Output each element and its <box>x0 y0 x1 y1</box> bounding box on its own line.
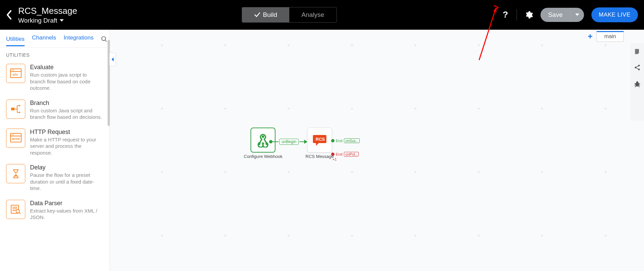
svg-line-32 <box>639 83 640 84</box>
title-area: RCS_Message Working Draft <box>18 6 77 24</box>
svg-point-30 <box>636 81 638 83</box>
utility-desc: Pause the flow for a preset duration or … <box>30 172 104 192</box>
check-icon <box>254 12 260 18</box>
help-icon: ? <box>501 11 509 19</box>
svg-line-2 <box>105 40 107 42</box>
utility-desc: Run custom java script to branch flow ba… <box>30 72 104 91</box>
svg-line-31 <box>635 83 636 84</box>
build-label: Build <box>263 11 277 19</box>
svg-point-16 <box>13 134 13 135</box>
svg-line-23 <box>19 213 21 214</box>
port-onpolicy[interactable]: End onPol.. <box>331 152 359 157</box>
utility-branch[interactable]: BranchRun custom Java script and branch … <box>5 96 105 125</box>
header-center: Build Analyse <box>83 7 495 23</box>
settings-button[interactable] <box>524 10 533 19</box>
svg-point-15 <box>11 134 12 135</box>
svg-point-25 <box>635 67 637 69</box>
divider <box>517 9 517 21</box>
connector-onbegin[interactable]: onBegin <box>269 139 308 145</box>
port-label: onSuc.. <box>344 138 360 143</box>
svg-line-35 <box>635 86 636 87</box>
tab-integrations[interactable]: Integrations <box>64 34 94 44</box>
debug-button[interactable] <box>634 80 641 88</box>
utility-title: Branch <box>30 100 104 107</box>
svg-line-36 <box>639 86 640 87</box>
port-label: onPol.. <box>344 152 359 157</box>
svg-line-27 <box>636 66 638 67</box>
http-icon: HTTP <box>6 129 25 148</box>
save-dropdown[interactable] <box>570 8 584 22</box>
line <box>272 141 279 142</box>
notes-button[interactable] <box>634 48 641 55</box>
svg-point-1 <box>102 37 106 41</box>
analyse-tab[interactable]: Analyse <box>289 7 336 22</box>
svg-line-28 <box>636 68 638 69</box>
sidebar-tabs: Utilities Channels Integrations <box>0 30 110 48</box>
parser-icon <box>6 200 25 219</box>
tab-channels[interactable]: Channels <box>32 34 56 44</box>
utility-delay[interactable]: DelayPause the flow for a preset duratio… <box>5 160 105 196</box>
save-group: Save <box>540 8 584 22</box>
port-dot <box>269 140 272 143</box>
caret-down-icon <box>59 19 64 22</box>
draft-selector[interactable]: Working Draft <box>18 17 77 24</box>
svg-point-24 <box>638 65 640 66</box>
app-header: RCS_Message Working Draft Build Analyse … <box>0 0 644 30</box>
collapse-sidebar[interactable] <box>110 53 116 66</box>
svg-point-22 <box>16 210 20 213</box>
chevron-left-icon <box>111 57 114 62</box>
body: Utilities Channels Integrations UTILITIE… <box>0 30 644 271</box>
utility-http[interactable]: HTTP HTTP RequestMake a HTTP request to … <box>5 125 105 160</box>
caret-down-icon <box>575 13 579 16</box>
port-onsuccess[interactable]: End onSuc.. <box>331 138 360 143</box>
tab-utilities[interactable]: Utilities <box>6 36 25 46</box>
utility-title: Evaluate <box>30 64 104 71</box>
save-button[interactable]: Save <box>540 8 570 22</box>
svg-text:HTTP: HTTP <box>12 137 20 141</box>
right-rail <box>631 43 644 121</box>
sidebar: Utilities Channels Integrations UTILITIE… <box>0 30 110 271</box>
add-flow-tab[interactable]: + <box>588 32 592 41</box>
share-button[interactable] <box>634 64 641 71</box>
svg-point-37 <box>262 135 264 138</box>
draft-label: Working Draft <box>18 17 57 24</box>
branch-icon <box>6 100 25 119</box>
svg-text:?: ? <box>503 11 508 19</box>
webhook-icon <box>256 133 270 147</box>
node-label: Configure Webhook <box>244 154 283 159</box>
port-dot <box>331 153 334 156</box>
rcs-icon: RCS <box>312 132 327 148</box>
svg-point-5 <box>11 70 12 70</box>
port-more[interactable]: +1 <box>332 157 337 161</box>
make-live-button[interactable]: MAKE LIVE <box>591 7 638 22</box>
gear-icon <box>524 10 533 19</box>
share-icon <box>634 64 641 71</box>
flow-canvas[interactable]: + main Configure Webhook onBegin RCS <box>110 30 644 271</box>
build-tab[interactable]: Build <box>242 7 289 22</box>
svg-point-26 <box>638 69 640 70</box>
line <box>299 141 304 142</box>
evaluate-icon: </> <box>6 64 25 83</box>
svg-text:</>: </> <box>12 73 18 77</box>
utility-title: Delay <box>30 164 104 171</box>
back-button[interactable] <box>6 10 12 20</box>
port-end: End <box>336 139 343 143</box>
svg-point-38 <box>258 142 261 145</box>
node-label: RCS Message <box>305 154 334 159</box>
connector-label: onBegin <box>279 139 299 145</box>
utility-title: HTTP Request <box>30 129 104 136</box>
svg-point-39 <box>266 142 268 145</box>
help-button[interactable]: ? <box>501 11 509 19</box>
page-title: RCS_Message <box>18 6 77 16</box>
svg-text:RCS: RCS <box>316 137 325 142</box>
canvas-grid <box>110 30 644 271</box>
utility-evaluate[interactable]: </> EvaluateRun custom java script to br… <box>5 60 105 96</box>
flow-tabs: + main <box>588 31 624 42</box>
flow-tab-main[interactable]: main <box>596 31 624 42</box>
header-actions: ? Save MAKE LIVE <box>501 7 638 22</box>
utility-parser[interactable]: Data ParserExtract key-values from XML /… <box>5 196 105 225</box>
section-label: UTILITIES <box>0 48 110 60</box>
node-rcs-message[interactable]: RCS RCS Message <box>305 128 334 159</box>
search-button[interactable] <box>101 36 108 43</box>
utility-desc: Extract key-values from XML / JSON. <box>30 208 104 221</box>
